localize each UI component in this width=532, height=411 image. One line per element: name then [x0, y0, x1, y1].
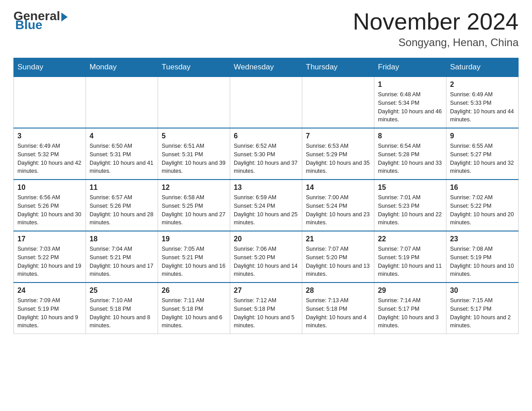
calendar-cell: 20Sunrise: 7:06 AM Sunset: 5:20 PM Dayli…: [230, 231, 302, 283]
day-info: Sunrise: 7:01 AM Sunset: 5:23 PM Dayligh…: [378, 193, 442, 227]
day-info: Sunrise: 6:58 AM Sunset: 5:25 PM Dayligh…: [162, 193, 226, 227]
day-number: 6: [234, 132, 298, 140]
calendar-cell: 19Sunrise: 7:05 AM Sunset: 5:21 PM Dayli…: [158, 231, 230, 283]
calendar-cell: 18Sunrise: 7:04 AM Sunset: 5:21 PM Dayli…: [86, 231, 158, 283]
page-header: General Blue November 2024 Songyang, Hen…: [13, 9, 519, 49]
day-number: 23: [450, 235, 515, 243]
day-info: Sunrise: 7:08 AM Sunset: 5:19 PM Dayligh…: [450, 245, 515, 278]
day-number: 22: [378, 235, 442, 243]
calendar-cell: 11Sunrise: 6:57 AM Sunset: 5:26 PM Dayli…: [86, 180, 158, 231]
day-info: Sunrise: 7:14 AM Sunset: 5:17 PM Dayligh…: [378, 296, 442, 330]
month-title: November 2024: [353, 9, 519, 34]
calendar-cell: [86, 77, 158, 128]
day-number: 16: [450, 184, 515, 192]
calendar-cell: 3Sunrise: 6:49 AM Sunset: 5:32 PM Daylig…: [14, 128, 86, 180]
calendar-week-row: 3Sunrise: 6:49 AM Sunset: 5:32 PM Daylig…: [14, 128, 519, 180]
day-info: Sunrise: 7:07 AM Sunset: 5:20 PM Dayligh…: [306, 245, 370, 278]
calendar-cell: [158, 77, 230, 128]
calendar-cell: 6Sunrise: 6:52 AM Sunset: 5:30 PM Daylig…: [230, 128, 302, 180]
day-info: Sunrise: 7:05 AM Sunset: 5:21 PM Dayligh…: [162, 245, 226, 278]
calendar-cell: 13Sunrise: 6:59 AM Sunset: 5:24 PM Dayli…: [230, 180, 302, 231]
day-info: Sunrise: 6:49 AM Sunset: 5:32 PM Dayligh…: [17, 142, 82, 176]
day-info: Sunrise: 6:52 AM Sunset: 5:30 PM Dayligh…: [234, 142, 298, 176]
day-number: 1: [378, 81, 442, 89]
weekday-header-monday: Monday: [86, 58, 158, 77]
calendar-cell: 14Sunrise: 7:00 AM Sunset: 5:24 PM Dayli…: [302, 180, 374, 231]
calendar-week-row: 1Sunrise: 6:48 AM Sunset: 5:34 PM Daylig…: [14, 77, 519, 128]
calendar-cell: 12Sunrise: 6:58 AM Sunset: 5:25 PM Dayli…: [158, 180, 230, 231]
calendar-week-row: 17Sunrise: 7:03 AM Sunset: 5:22 PM Dayli…: [14, 231, 519, 283]
day-number: 7: [306, 132, 370, 140]
logo-blue-text: Blue: [15, 18, 43, 32]
calendar-cell: 30Sunrise: 7:15 AM Sunset: 5:17 PM Dayli…: [446, 283, 519, 334]
weekday-header-tuesday: Tuesday: [158, 58, 230, 77]
calendar-cell: 21Sunrise: 7:07 AM Sunset: 5:20 PM Dayli…: [302, 231, 374, 283]
calendar-cell: 10Sunrise: 6:56 AM Sunset: 5:26 PM Dayli…: [14, 180, 86, 231]
day-info: Sunrise: 6:50 AM Sunset: 5:31 PM Dayligh…: [90, 142, 154, 176]
day-info: Sunrise: 6:48 AM Sunset: 5:34 PM Dayligh…: [378, 90, 442, 124]
calendar-cell: [14, 77, 86, 128]
weekday-header-saturday: Saturday: [446, 58, 519, 77]
day-info: Sunrise: 7:06 AM Sunset: 5:20 PM Dayligh…: [234, 245, 298, 278]
day-number: 26: [162, 287, 226, 295]
calendar-cell: [230, 77, 302, 128]
day-info: Sunrise: 6:55 AM Sunset: 5:27 PM Dayligh…: [450, 142, 515, 176]
calendar-week-row: 24Sunrise: 7:09 AM Sunset: 5:19 PM Dayli…: [14, 283, 519, 334]
day-info: Sunrise: 7:00 AM Sunset: 5:24 PM Dayligh…: [306, 193, 370, 227]
day-number: 2: [450, 81, 515, 89]
calendar-table: SundayMondayTuesdayWednesdayThursdayFrid…: [13, 58, 519, 334]
day-number: 12: [162, 184, 226, 192]
day-number: 17: [17, 235, 82, 243]
calendar-cell: 26Sunrise: 7:11 AM Sunset: 5:18 PM Dayli…: [158, 283, 230, 334]
day-info: Sunrise: 7:07 AM Sunset: 5:19 PM Dayligh…: [378, 245, 442, 278]
day-number: 19: [162, 235, 226, 243]
day-info: Sunrise: 6:51 AM Sunset: 5:31 PM Dayligh…: [162, 142, 226, 176]
day-info: Sunrise: 7:11 AM Sunset: 5:18 PM Dayligh…: [162, 296, 226, 330]
calendar-cell: 1Sunrise: 6:48 AM Sunset: 5:34 PM Daylig…: [374, 77, 446, 128]
day-number: 18: [90, 235, 154, 243]
day-number: 15: [378, 184, 442, 192]
day-info: Sunrise: 7:02 AM Sunset: 5:22 PM Dayligh…: [450, 193, 515, 227]
day-number: 20: [234, 235, 298, 243]
calendar-week-row: 10Sunrise: 6:56 AM Sunset: 5:26 PM Dayli…: [14, 180, 519, 231]
day-info: Sunrise: 6:49 AM Sunset: 5:33 PM Dayligh…: [450, 90, 515, 124]
calendar-cell: 8Sunrise: 6:54 AM Sunset: 5:28 PM Daylig…: [374, 128, 446, 180]
day-number: 14: [306, 184, 370, 192]
day-info: Sunrise: 6:56 AM Sunset: 5:26 PM Dayligh…: [17, 193, 82, 227]
calendar-cell: 29Sunrise: 7:14 AM Sunset: 5:17 PM Dayli…: [374, 283, 446, 334]
calendar-cell: 15Sunrise: 7:01 AM Sunset: 5:23 PM Dayli…: [374, 180, 446, 231]
day-info: Sunrise: 7:12 AM Sunset: 5:18 PM Dayligh…: [234, 296, 298, 330]
weekday-header-sunday: Sunday: [14, 58, 86, 77]
day-number: 8: [378, 132, 442, 140]
day-number: 10: [17, 184, 82, 192]
day-info: Sunrise: 7:15 AM Sunset: 5:17 PM Dayligh…: [450, 296, 515, 330]
calendar-cell: 9Sunrise: 6:55 AM Sunset: 5:27 PM Daylig…: [446, 128, 519, 180]
weekday-header-wednesday: Wednesday: [230, 58, 302, 77]
day-info: Sunrise: 7:09 AM Sunset: 5:19 PM Dayligh…: [17, 296, 82, 330]
calendar-cell: 27Sunrise: 7:12 AM Sunset: 5:18 PM Dayli…: [230, 283, 302, 334]
weekday-header-friday: Friday: [374, 58, 446, 77]
calendar-cell: 2Sunrise: 6:49 AM Sunset: 5:33 PM Daylig…: [446, 77, 519, 128]
calendar-cell: 22Sunrise: 7:07 AM Sunset: 5:19 PM Dayli…: [374, 231, 446, 283]
calendar-cell: 5Sunrise: 6:51 AM Sunset: 5:31 PM Daylig…: [158, 128, 230, 180]
calendar-cell: 25Sunrise: 7:10 AM Sunset: 5:18 PM Dayli…: [86, 283, 158, 334]
day-info: Sunrise: 7:04 AM Sunset: 5:21 PM Dayligh…: [90, 245, 154, 278]
day-number: 5: [162, 132, 226, 140]
logo-arrow-icon: [61, 13, 68, 21]
calendar-cell: 28Sunrise: 7:13 AM Sunset: 5:18 PM Dayli…: [302, 283, 374, 334]
day-number: 29: [378, 287, 442, 295]
day-number: 24: [17, 287, 82, 295]
calendar-cell: 23Sunrise: 7:08 AM Sunset: 5:19 PM Dayli…: [446, 231, 519, 283]
day-number: 4: [90, 132, 154, 140]
day-info: Sunrise: 7:13 AM Sunset: 5:18 PM Dayligh…: [306, 296, 370, 330]
day-number: 3: [17, 132, 82, 140]
location-subtitle: Songyang, Henan, China: [353, 36, 519, 49]
day-number: 25: [90, 287, 154, 295]
day-info: Sunrise: 6:59 AM Sunset: 5:24 PM Dayligh…: [234, 193, 298, 227]
day-number: 9: [450, 132, 515, 140]
calendar-cell: 4Sunrise: 6:50 AM Sunset: 5:31 PM Daylig…: [86, 128, 158, 180]
weekday-header-thursday: Thursday: [302, 58, 374, 77]
day-info: Sunrise: 7:10 AM Sunset: 5:18 PM Dayligh…: [90, 296, 154, 330]
calendar-cell: 17Sunrise: 7:03 AM Sunset: 5:22 PM Dayli…: [14, 231, 86, 283]
title-section: November 2024 Songyang, Henan, China: [353, 9, 519, 49]
